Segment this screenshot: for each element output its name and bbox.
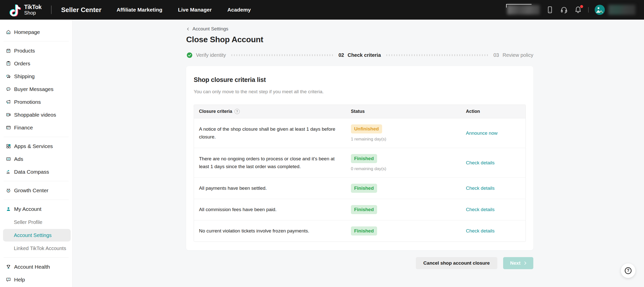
page-title: Close Shop Account — [186, 35, 533, 44]
column-status: Status — [346, 105, 461, 118]
svg-text:?: ? — [627, 268, 629, 273]
sidebar-item-data-compass[interactable]: Data Compass — [0, 165, 72, 178]
nav-live-manager[interactable]: Live Manager — [178, 7, 212, 13]
question-mark-icon[interactable]: ? — [234, 109, 240, 114]
step-check-criteria: 02 Check criteria — [338, 52, 381, 58]
header-nav: Affiliate Marketing Live Manager Academy — [116, 7, 251, 13]
sidebar-item-products[interactable]: Products — [0, 44, 72, 57]
header-divider — [51, 6, 52, 14]
sidebar-label: Account Health — [14, 264, 50, 270]
chevron-right-icon — [523, 261, 528, 266]
shipping-icon — [6, 74, 11, 79]
sidebar-item-promotions[interactable]: Promotions — [0, 95, 72, 108]
sidebar-item-shipping[interactable]: Shipping — [0, 70, 72, 83]
next-button[interactable]: Next — [503, 257, 533, 269]
step-connector — [231, 54, 333, 56]
sidebar-item-growth-center[interactable]: Growth Center — [0, 184, 72, 197]
tiktok-note-icon — [9, 3, 22, 16]
notifications-button[interactable] — [574, 6, 582, 14]
nav-academy[interactable]: Academy — [227, 7, 251, 13]
column-action: Action — [461, 105, 526, 118]
help-icon: ? — [6, 277, 11, 282]
messages-icon — [6, 86, 11, 92]
notification-badge — [580, 5, 583, 8]
card-title: Shop closure criteria list — [194, 76, 526, 83]
sidebar-item-account-health[interactable]: Account Health — [0, 260, 72, 273]
sidebar-item-apps-services[interactable]: Apps & Services — [0, 140, 72, 153]
status-badge: Finished — [351, 184, 377, 193]
sidebar-label: Account Settings — [14, 232, 52, 238]
redacted-username — [608, 5, 635, 15]
sidebar-item-ads[interactable]: AD Ads — [0, 153, 72, 165]
growth-icon — [6, 188, 11, 193]
step-done-check-icon — [186, 52, 193, 59]
sidebar-item-my-account[interactable]: My Account — [0, 203, 72, 215]
nav-affiliate-marketing[interactable]: Affiliate Marketing — [116, 7, 162, 13]
sidebar-item-buyer-messages[interactable]: Buyer Messages — [0, 83, 72, 95]
step-number: 03 — [494, 52, 499, 58]
home-icon — [6, 29, 11, 35]
table-row: No current violation tickets involve fro… — [194, 220, 526, 242]
sidebar-label: Data Compass — [14, 169, 49, 175]
sidebar-item-seller-profile[interactable]: Seller Profile — [3, 216, 71, 228]
sidebar-label: Seller Profile — [14, 219, 42, 225]
account-health-icon — [6, 264, 11, 269]
sidebar-divider — [4, 181, 69, 181]
top-navbar: TikTok Shop Seller Center Affiliate Mark… — [0, 0, 644, 20]
sidebar-label: Linked TikTok Accounts — [14, 246, 66, 251]
main-content: Account Settings Close Shop Account Veri… — [72, 20, 644, 287]
check-details-link[interactable]: Check details — [466, 207, 495, 212]
breadcrumb[interactable]: Account Settings — [186, 26, 228, 32]
status-badge: Finished — [351, 154, 377, 163]
sidebar-item-account-settings[interactable]: Account Settings — [3, 229, 71, 242]
sidebar-divider — [4, 200, 69, 200]
sidebar-item-finance[interactable]: Finance — [0, 121, 72, 134]
table-header-row: Closure criteria ? Status Action — [194, 105, 526, 118]
check-details-link[interactable]: Check details — [466, 228, 495, 233]
criteria-table: Closure criteria ? Status Action A notic — [194, 105, 526, 242]
my-account-icon — [6, 206, 11, 212]
step-label: Check criteria — [348, 52, 381, 58]
chevron-left-icon — [186, 27, 190, 31]
avatar[interactable] — [595, 5, 605, 15]
brand-wordmark: TikTok Shop — [24, 4, 42, 15]
video-icon — [6, 112, 11, 117]
sidebar-label: Help — [14, 277, 25, 283]
cancel-shop-account-closure-button[interactable]: Cancel shop account closure — [416, 257, 497, 269]
svg-text:?: ? — [8, 278, 9, 280]
criteria-text: No current violation tickets involve fro… — [199, 227, 340, 235]
header-divider-small — [588, 7, 589, 13]
sidebar-divider — [4, 257, 69, 258]
sidebar-item-shoppable-videos[interactable]: Shoppable videos — [0, 108, 72, 121]
sidebar-label: Finance — [14, 125, 33, 131]
step-connector — [386, 54, 488, 56]
megaphone-icon — [6, 99, 11, 105]
sidebar-label: Growth Center — [14, 187, 49, 194]
table-row: All payments have been settled. Finished… — [194, 178, 526, 199]
avatar-image — [595, 5, 605, 15]
help-floating-button[interactable]: ? — [621, 263, 635, 278]
check-details-link[interactable]: Check details — [466, 160, 495, 165]
sidebar-label: Promotions — [14, 99, 41, 105]
sidebar-item-orders[interactable]: Orders — [0, 57, 72, 70]
step-label: Review policy — [503, 52, 533, 58]
check-details-link[interactable]: Check details — [466, 185, 495, 191]
status-note: 1 remaining day(s) — [351, 137, 455, 142]
sidebar-label: Buyer Messages — [14, 86, 53, 92]
status-badge: Finished — [351, 205, 377, 214]
apps-icon — [6, 144, 11, 149]
sidebar: Homepage Products Orders — [0, 20, 72, 287]
nav-seller-center[interactable]: Seller Center — [61, 6, 101, 14]
headset-support-icon[interactable] — [560, 6, 568, 14]
svg-text:AD: AD — [7, 158, 10, 160]
table-row: A notice of the shop closure shall be gi… — [194, 118, 526, 148]
sidebar-item-linked-tiktok-accounts[interactable]: Linked TikTok Accounts — [3, 242, 71, 255]
sidebar-divider — [4, 137, 69, 137]
tiktok-shop-logo[interactable]: TikTok Shop — [9, 3, 42, 16]
sidebar-item-homepage[interactable]: Homepage — [0, 26, 72, 38]
sidebar-item-help[interactable]: ? Help — [0, 273, 72, 286]
mobile-app-icon[interactable] — [546, 6, 554, 14]
sidebar-label: Ads — [14, 156, 23, 162]
criteria-text: A notice of the shop closure shall be gi… — [199, 125, 340, 141]
announce-now-link[interactable]: Announce now — [466, 130, 498, 136]
